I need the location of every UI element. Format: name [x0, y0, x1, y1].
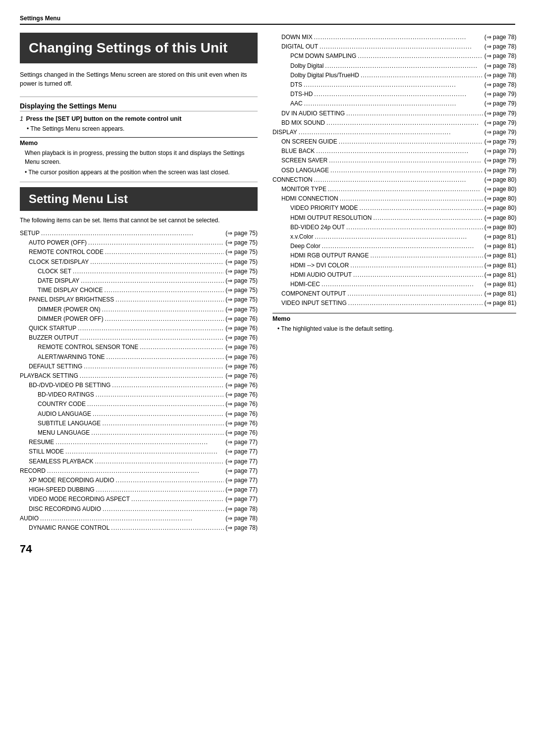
menu-item: SEAMLESS PLAYBACK.......................…: [20, 457, 258, 466]
item-dots: ........................................…: [105, 314, 224, 324]
right-memo-box: Memo • The highlighted value is the defa…: [272, 313, 516, 333]
menu-item: Dolby Digital Plus/TrueHD...............…: [272, 71, 516, 80]
item-dots: ........................................…: [304, 80, 483, 90]
item-dots: ........................................…: [84, 362, 224, 371]
item-dots: ........................................…: [314, 175, 483, 185]
item-dots: ........................................…: [314, 90, 482, 99]
item-label: HDMI CONNECTION: [281, 194, 338, 203]
menu-item: BD-VIDEO 24p OUT........................…: [272, 223, 516, 232]
item-dots: ........................................…: [328, 185, 483, 194]
item-page: (⇒ page 81): [484, 232, 517, 242]
item-page: (⇒ page 76): [225, 390, 258, 400]
header-title: Settings Menu: [20, 15, 515, 25]
item-label: HDMI RGB OUTPUT RANGE: [290, 251, 369, 260]
menu-item: MENU LANGUAGE...........................…: [20, 428, 258, 438]
displaying-heading: Displaying the Settings Menu: [20, 102, 258, 111]
item-page: (⇒ page 76): [225, 419, 258, 428]
menu-item: DIMMER (POWER ON).......................…: [20, 305, 258, 314]
menu-item: DISPLAY.................................…: [272, 128, 516, 137]
item-dots: ........................................…: [346, 223, 483, 232]
item-dots: ........................................…: [115, 295, 224, 304]
item-label: DATE DISPLAY: [38, 276, 79, 286]
item-label: BD-/DVD-VIDEO PB SETTING: [29, 381, 110, 390]
menu-item: ON SCREEN GUIDE.........................…: [272, 137, 516, 147]
item-label: DV IN AUDIO SETTING: [281, 109, 345, 118]
menu-item: CLOCK SET...............................…: [20, 267, 258, 276]
item-page: (⇒ page 75): [225, 229, 258, 238]
item-dots: ........................................…: [359, 203, 482, 213]
item-page: (⇒ page 75): [225, 286, 258, 295]
item-page: (⇒ page 79): [484, 90, 517, 99]
item-page: (⇒ page 76): [225, 400, 258, 409]
item-page: (⇒ page 81): [484, 280, 517, 289]
item-page: (⇒ page 78): [484, 80, 517, 90]
menu-item: HDMI CONNECTION.........................…: [272, 194, 516, 203]
item-label: Dolby Digital: [290, 61, 323, 71]
item-label: DEFAULT SETTING: [29, 362, 82, 371]
item-label: VIDEO MODE RECORDING ASPECT: [29, 495, 130, 504]
item-label: OSD LANGUAGE: [281, 166, 329, 175]
item-label: BLUE BACK: [281, 147, 315, 156]
menu-item: Deep Color..............................…: [272, 242, 516, 251]
item-page: (⇒ page 77): [225, 495, 258, 504]
item-dots: ........................................…: [90, 257, 224, 267]
item-page: (⇒ page 76): [225, 314, 258, 324]
menu-item: BUZZER OUTPUT...........................…: [20, 333, 258, 343]
item-label: MONITOR TYPE: [281, 185, 326, 194]
item-label: DIMMER (POWER OFF): [38, 314, 104, 324]
item-dots: ........................................…: [55, 438, 224, 447]
item-label: BD MIX SOUND: [281, 118, 325, 128]
menu-list-intro: The following items can be set. Items th…: [20, 216, 258, 225]
menu-item: HDMI AUDIO OUTPUT.......................…: [272, 270, 516, 280]
item-page: (⇒ page 79): [484, 128, 517, 137]
item-label: x.v.Color: [290, 232, 313, 242]
menu-item: HIGH-SPEED DUBBING......................…: [20, 485, 258, 495]
item-dots: ........................................…: [112, 381, 224, 390]
menu-item: COMPONENT OUTPUT........................…: [272, 289, 516, 299]
menu-item: VIDEO INPUT SETTING.....................…: [272, 299, 516, 308]
item-page: (⇒ page 81): [484, 261, 517, 270]
item-page: (⇒ page 77): [225, 457, 258, 466]
item-dots: ........................................…: [95, 457, 224, 466]
item-page: (⇒ page 76): [225, 409, 258, 419]
item-label: XP MODE RECORDING AUDIO: [29, 476, 114, 485]
item-page: (⇒ page 78): [225, 514, 258, 523]
item-dots: ........................................…: [320, 42, 483, 51]
right-memo-item: • The highlighted value is the default s…: [277, 324, 516, 333]
item-page: (⇒ page 75): [225, 238, 258, 248]
item-label: VIDEO PRIORITY MODE: [290, 203, 358, 213]
item-page: (⇒ page 77): [225, 485, 258, 495]
item-dots: ........................................…: [47, 466, 224, 476]
item-page: (⇒ page 78): [484, 42, 517, 51]
memo-label: Memo: [20, 140, 258, 147]
item-label: PLAYBACK SETTING: [20, 371, 78, 381]
item-page: (⇒ page 75): [225, 305, 258, 314]
item-page: (⇒ page 76): [225, 428, 258, 438]
item-label: DISPLAY: [272, 128, 297, 137]
item-dots: ........................................…: [329, 156, 483, 165]
item-label: AUDIO: [20, 514, 39, 523]
item-dots: ........................................…: [322, 242, 483, 251]
item-dots: ........................................…: [73, 267, 224, 276]
step-number: 1: [20, 115, 23, 122]
item-dots: ........................................…: [40, 514, 224, 523]
item-page: (⇒ page 79): [484, 109, 517, 118]
item-label: DIGITAL OUT: [281, 42, 318, 51]
item-label: COMPONENT OUTPUT: [281, 289, 346, 299]
menu-item: REMOTE CONTROL SENSOR TONE..............…: [20, 343, 258, 352]
menu-item: TIME DISPLAY CHOICE.....................…: [20, 286, 258, 295]
item-page: (⇒ page 79): [484, 99, 517, 108]
right-column: DOWN MIX................................…: [272, 33, 516, 555]
step1-text: Press the [SET UP] button on the remote …: [26, 115, 181, 122]
item-label: AAC: [290, 99, 303, 108]
menu-item: HDMI OUTPUT RESOLUTION..................…: [272, 213, 516, 223]
item-dots: ........................................…: [321, 280, 483, 289]
item-label: RECORD: [20, 466, 46, 476]
menu-item: QUICK STARTUP...........................…: [20, 324, 258, 333]
item-dots: ........................................…: [102, 419, 224, 428]
menu-item: DTS-HD..................................…: [272, 90, 516, 99]
menu-item: DEFAULT SETTING.........................…: [20, 362, 258, 371]
item-dots: ........................................…: [315, 232, 482, 242]
item-dots: ........................................…: [96, 390, 224, 400]
setting-menu-list-title-box: Setting Menu List: [20, 187, 258, 211]
